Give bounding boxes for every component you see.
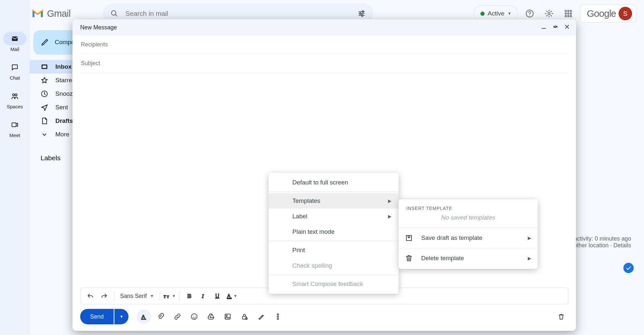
compose-titlebar[interactable]: New Message xyxy=(72,19,576,35)
image-icon[interactable] xyxy=(221,310,235,324)
svg-text:T: T xyxy=(167,295,169,299)
svg-point-38 xyxy=(277,318,279,320)
menu-label[interactable]: Label ▶ xyxy=(269,209,399,224)
app-rail: Mail Chat Spaces Meet xyxy=(0,0,30,335)
chevron-down-icon: ▼ xyxy=(150,294,154,298)
brand[interactable]: Gmail xyxy=(32,8,71,19)
bold-icon[interactable]: B xyxy=(183,290,196,302)
svg-point-2 xyxy=(15,94,17,96)
send-more-button[interactable]: ▼ xyxy=(114,309,128,324)
google-wordmark: Google xyxy=(587,8,616,19)
save-icon xyxy=(405,234,413,242)
attach-icon[interactable] xyxy=(154,310,168,324)
compose-title: New Message xyxy=(80,24,117,31)
font-size-icon[interactable]: тT▼ xyxy=(163,290,176,302)
menu-smart-compose[interactable]: Smart Compose feedback xyxy=(269,276,399,292)
menu-check-spelling[interactable]: Check spelling xyxy=(269,258,399,273)
svg-text:A: A xyxy=(227,293,231,298)
menu-templates[interactable]: Templates ▶ xyxy=(269,193,399,209)
rail-label: Mail xyxy=(10,46,19,52)
close-icon[interactable] xyxy=(563,23,571,32)
submenu-save-template[interactable]: Save draft as template ▶ xyxy=(399,229,538,247)
menu-label: Plain text mode xyxy=(292,228,335,235)
text-color-icon[interactable]: A▼ xyxy=(225,290,238,302)
svg-rect-32 xyxy=(225,314,230,319)
svg-point-13 xyxy=(565,13,566,14)
rail-label: Spaces xyxy=(7,104,23,109)
svg-point-31 xyxy=(191,314,197,320)
chevron-right-icon: ▶ xyxy=(388,198,392,203)
chevron-right-icon: ▶ xyxy=(388,214,392,219)
chevron-right-icon: ▶ xyxy=(528,256,531,261)
settings-gear-icon[interactable] xyxy=(541,6,557,21)
submenu-label: Save draft as template xyxy=(421,234,482,241)
menu-label: Print xyxy=(292,247,305,254)
svg-point-1 xyxy=(13,94,14,96)
apps-grid-icon[interactable] xyxy=(561,6,576,21)
signature-icon[interactable] xyxy=(254,310,268,324)
svg-point-37 xyxy=(277,316,279,317)
avatar[interactable]: S xyxy=(619,7,632,20)
help-icon[interactable] xyxy=(522,6,537,21)
svg-text:т: т xyxy=(164,293,166,299)
more-options-icon[interactable] xyxy=(271,310,285,324)
chevron-down-icon xyxy=(41,131,48,138)
menu-fullscreen[interactable]: Default to full screen xyxy=(269,175,399,190)
drive-icon[interactable] xyxy=(204,310,218,324)
svg-point-18 xyxy=(570,15,572,17)
offline-status-icon[interactable] xyxy=(623,263,634,273)
svg-rect-30 xyxy=(141,319,146,320)
svg-point-11 xyxy=(568,10,569,12)
font-label: Sans Serif xyxy=(120,293,147,300)
svg-point-17 xyxy=(568,15,569,17)
confidential-icon[interactable] xyxy=(237,310,251,324)
status-label: Active xyxy=(488,10,505,17)
rail-spaces[interactable]: Spaces xyxy=(3,90,26,109)
submenu-label: Delete template xyxy=(421,255,464,262)
chevron-down-icon: ▼ xyxy=(507,11,511,16)
search-icon[interactable] xyxy=(109,8,120,19)
subject-input[interactable] xyxy=(80,60,568,67)
svg-point-12 xyxy=(570,10,572,12)
rail-label: Meet xyxy=(9,133,20,138)
svg-rect-20 xyxy=(43,65,46,68)
font-family-select[interactable]: Sans Serif ▼ xyxy=(118,293,156,300)
activity-details-link[interactable]: Details xyxy=(613,242,631,249)
discard-draft-icon[interactable] xyxy=(554,310,568,324)
search-input[interactable] xyxy=(125,9,351,18)
chevron-down-icon: ▼ xyxy=(120,314,124,319)
svg-point-10 xyxy=(565,10,566,12)
nav-label: More xyxy=(55,131,69,138)
fullscreen-icon[interactable] xyxy=(552,23,559,32)
rail-mail[interactable]: Mail xyxy=(3,32,26,52)
minimize-icon[interactable] xyxy=(540,23,548,32)
submenu-delete-template[interactable]: Delete template ▶ xyxy=(399,250,538,267)
tune-icon[interactable] xyxy=(356,8,367,19)
rail-meet[interactable]: Meet xyxy=(3,118,26,138)
menu-plaintext[interactable]: Plain text mode xyxy=(269,224,399,240)
svg-text:I: I xyxy=(202,293,204,299)
emoji-icon[interactable] xyxy=(187,310,201,324)
nav-label: Sent xyxy=(55,104,68,111)
send-button[interactable]: Send xyxy=(80,309,114,324)
svg-text:A: A xyxy=(142,314,145,319)
menu-print[interactable]: Print xyxy=(269,242,399,258)
italic-icon[interactable]: I xyxy=(197,290,210,302)
account-cluster[interactable]: Google S xyxy=(580,5,636,23)
file-icon xyxy=(41,117,48,124)
redo-icon[interactable] xyxy=(98,290,111,302)
formatting-toggle-icon[interactable]: A xyxy=(137,310,151,324)
menu-label: Templates xyxy=(292,197,320,204)
svg-point-33 xyxy=(226,315,227,316)
svg-rect-28 xyxy=(227,298,232,299)
trash-icon xyxy=(405,254,413,262)
menu-label-text: Label xyxy=(292,213,308,220)
undo-icon[interactable] xyxy=(84,290,97,302)
underline-icon[interactable]: U xyxy=(211,290,224,302)
link-icon[interactable] xyxy=(170,310,185,324)
svg-point-16 xyxy=(565,15,566,17)
clock-icon xyxy=(41,90,48,97)
menu-label: Smart Compose feedback xyxy=(292,281,363,288)
recipients-input[interactable] xyxy=(80,41,568,48)
rail-chat[interactable]: Chat xyxy=(3,61,26,81)
